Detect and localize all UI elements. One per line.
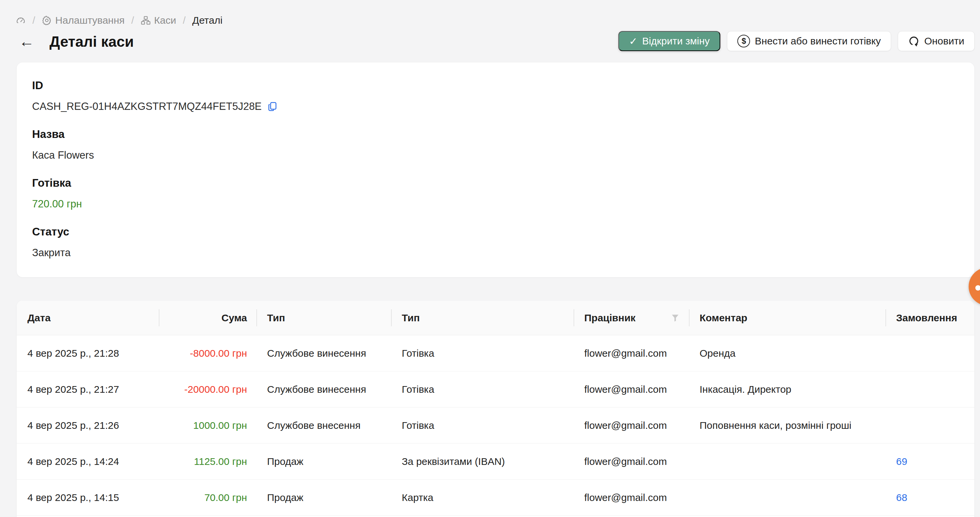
column-header-method[interactable]: Тип (391, 301, 574, 335)
cell-type: Продаж (256, 444, 391, 479)
cell-amount: 1000.00 грн (159, 408, 256, 443)
cell-date: 4 вер 2025 р., 21:26 (17, 408, 159, 443)
cash-in-out-button-label: Внести або винести готівку (755, 35, 881, 47)
cell-date: 4 вер 2025 р., 21:28 (17, 335, 159, 371)
cell-type: Продаж (256, 480, 391, 515)
gear-icon (42, 15, 52, 25)
cell-method: Готівка (391, 408, 574, 443)
column-header-date[interactable]: Дата (17, 301, 159, 335)
breadcrumb-separator: / (31, 15, 37, 26)
cell-employee: flower@gmail.com (574, 335, 689, 371)
table-row[interactable]: 4 вер 2025 р., 21:28 -8000.00 грн Службо… (17, 335, 974, 371)
cash-register-details-card: ID CASH_REG-01H4AZKGSTRT7MQZ44FET5J28E Н… (17, 62, 974, 277)
column-header-comment[interactable]: Коментар (689, 301, 885, 335)
table-row[interactable]: 4 вер 2025 р., 14:24 1125.00 грн Продаж … (17, 444, 974, 480)
cell-order (885, 335, 974, 371)
cell-type: Службове внесення (256, 408, 391, 443)
header-actions: ✓ Відкрити зміну $ Внести або винести го… (618, 31, 975, 51)
cell-amount: -8000.00 грн (159, 335, 256, 371)
column-header-employee[interactable]: Працівник (574, 301, 689, 335)
copy-icon[interactable] (267, 101, 278, 112)
field-cash-label: Готівка (32, 177, 959, 189)
field-cash: Готівка 720.00 грн (32, 177, 959, 210)
table-header-row: Дата Сума Тип Тип Працівник Коментар Зам… (17, 301, 974, 335)
cell-comment (689, 444, 885, 479)
column-header-amount[interactable]: Сума (159, 301, 256, 335)
cell-date: 4 вер 2025 р., 21:27 (17, 371, 159, 407)
breadcrumb-home[interactable] (16, 15, 26, 25)
cell-comment: Поповнення каси, розмінні гроші (689, 408, 885, 443)
page-title: Деталі каси (49, 33, 134, 50)
breadcrumb-cash-registers[interactable]: Каси (141, 15, 176, 26)
breadcrumb-settings-label: Налаштування (55, 15, 124, 26)
open-shift-button[interactable]: ✓ Відкрити зміну (618, 31, 720, 51)
order-link[interactable]: 69 (896, 456, 907, 467)
cell-order (885, 371, 974, 407)
refresh-button[interactable]: Оновити (898, 31, 975, 51)
field-id-value: CASH_REG-01H4AZKGSTRT7MQZ44FET5J28E (32, 100, 262, 113)
column-header-type[interactable]: Тип (256, 301, 391, 335)
table-row[interactable]: 4 вер 2025 р., 21:26 1000.00 грн Службов… (17, 408, 974, 444)
cell-order: 68 (885, 480, 974, 515)
cell-order (885, 408, 974, 443)
table-row[interactable]: 4 вер 2025 р., 14:15 70.00 грн Продаж Ка… (17, 480, 974, 515)
cell-type: Службове винесення (256, 371, 391, 407)
breadcrumb-details: Деталі (192, 15, 222, 26)
breadcrumb-separator: / (181, 15, 187, 26)
field-name: Назва Каса Flowers (32, 128, 959, 161)
dollar-circle-icon: $ (737, 35, 750, 48)
sitemap-icon (141, 15, 151, 25)
refresh-button-label: Оновити (924, 35, 964, 47)
field-status-value: Закрита (32, 247, 959, 259)
check-icon: ✓ (629, 35, 637, 47)
dashboard-gauge-icon (16, 15, 26, 25)
handle-dot-icon (975, 285, 980, 290)
back-button[interactable]: ← (18, 32, 36, 51)
filter-icon[interactable] (671, 314, 679, 322)
open-shift-button-label: Відкрити зміну (642, 35, 710, 47)
field-name-label: Назва (32, 128, 959, 141)
column-header-order[interactable]: Замовлення (885, 301, 974, 335)
field-status-label: Статус (32, 225, 959, 238)
breadcrumb-settings[interactable]: Налаштування (42, 15, 124, 26)
cell-order: 69 (885, 444, 974, 479)
cell-comment: Оренда (689, 335, 885, 371)
cell-date: 4 вер 2025 р., 14:15 (17, 480, 159, 515)
breadcrumb-separator: / (130, 15, 135, 26)
breadcrumb-details-label: Деталі (192, 15, 222, 26)
cell-comment (689, 480, 885, 515)
field-id-label: ID (32, 79, 959, 92)
cell-method: Готівка (391, 371, 574, 407)
back-arrow-icon: ← (19, 32, 34, 51)
cell-amount: 70.00 грн (159, 480, 256, 515)
cell-amount: 1125.00 грн (159, 444, 256, 479)
refresh-icon (908, 35, 920, 47)
cell-method: Готівка (391, 335, 574, 371)
cell-type: Службове винесення (256, 335, 391, 371)
order-link[interactable]: 68 (896, 492, 907, 503)
field-cash-value: 720.00 грн (32, 198, 959, 210)
cash-in-out-button[interactable]: $ Внести або винести готівку (727, 31, 891, 51)
cell-employee: flower@gmail.com (574, 408, 689, 443)
transactions-table: Дата Сума Тип Тип Працівник Коментар Зам… (17, 301, 974, 517)
table-row[interactable]: 4 вер 2025 р., 21:27 -20000.00 грн Служб… (17, 371, 974, 408)
cell-employee: flower@gmail.com (574, 444, 689, 479)
breadcrumb-cash-registers-label: Каси (154, 15, 176, 26)
field-status: Статус Закрита (32, 225, 959, 259)
cell-date: 4 вер 2025 р., 14:24 (17, 444, 159, 479)
cell-comment: Інкасація. Директор (689, 371, 885, 407)
cell-amount: -20000.00 грн (159, 371, 256, 407)
cell-method: За реквізитами (IBAN) (391, 444, 574, 479)
cell-employee: flower@gmail.com (574, 371, 689, 407)
field-name-value: Каса Flowers (32, 149, 959, 161)
breadcrumb: / Налаштування / Каси / Деталі (16, 15, 223, 26)
cell-employee: flower@gmail.com (574, 480, 689, 515)
cell-method: Картка (391, 480, 574, 515)
field-id: ID CASH_REG-01H4AZKGSTRT7MQZ44FET5J28E (32, 79, 959, 113)
